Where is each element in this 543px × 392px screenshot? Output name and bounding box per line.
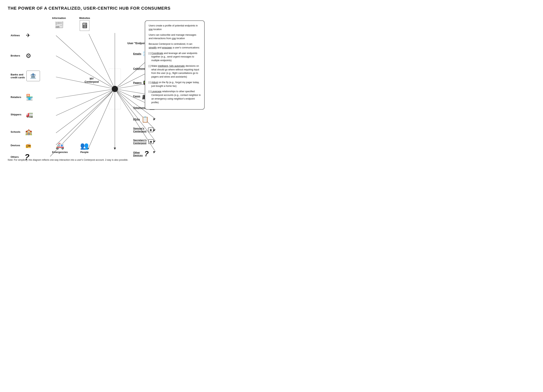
devices-label: Devices (11, 144, 20, 147)
info-para-2: Users can subscribe and manage messages … (149, 33, 201, 40)
svg-marker-21 (153, 118, 155, 121)
bottom-item-emergencies: 🚑 Emergencies (52, 142, 68, 154)
pdas-label: PDAs (133, 118, 140, 121)
bullet-1: Coordinate and leverage all user endpoin… (149, 51, 201, 62)
pagers-label: Pagers (133, 81, 141, 84)
others-label: Others (11, 156, 19, 158)
diagram-note: Note: For simplicity, this diagram refle… (8, 159, 128, 161)
airlines-label: Airlines (11, 34, 20, 37)
center-hub: MYCenterpost (83, 73, 100, 88)
svg-line-5 (56, 89, 115, 133)
left-item-banks: Banks andcredit cards 🏦 (11, 71, 40, 81)
top-item-websites: Websites 🖥 (79, 17, 90, 31)
right-item-spouse: Spouse'sCenterpost ◉ (133, 127, 153, 133)
spouse-icon: ◉ (148, 128, 153, 132)
people-icon: 👥 (80, 142, 89, 150)
right-item-other-devices: OtherDevices ? (133, 150, 149, 158)
spouse-label: Spouse'sCenterpost (133, 127, 147, 133)
information-label: Information (52, 17, 66, 19)
svg-marker-25 (153, 140, 155, 143)
faxes-label: Faxes (133, 95, 140, 98)
schools-icon: 🏫 (22, 127, 35, 137)
pdas-icon: 📋 (141, 116, 149, 123)
svg-marker-23 (153, 129, 155, 132)
svg-rect-33 (109, 69, 121, 109)
left-item-retailers: Retailers 🏪 (11, 92, 36, 102)
left-item-airlines: Airlines ✈ (11, 30, 35, 41)
secretary-label: Secretary'sCenterpost (133, 139, 147, 145)
info-bullets: Coordinate and leverage all user endpoin… (149, 51, 201, 104)
devices-icon: 📻 (22, 140, 35, 151)
info-para-1: Users create a profile of potential endp… (149, 24, 201, 31)
left-item-devices: Devices 📻 (11, 140, 35, 151)
secretary-icon: ◉ (148, 139, 154, 144)
other-devices-icon: ? (144, 150, 149, 158)
svg-marker-31 (114, 148, 116, 150)
bottom-item-people: 👥 People (80, 142, 89, 154)
info-panel: Users create a profile of potential endp… (145, 20, 205, 110)
schools-label: Schools (11, 130, 20, 133)
left-item-schools: Schools 🏫 (11, 127, 35, 137)
bullet-2: Make intelligent, fully automatic decisi… (149, 64, 201, 79)
banks-label: Banks andcredit cards (11, 73, 25, 79)
top-item-information: Information 📰 (52, 17, 66, 29)
svg-line-4 (56, 89, 115, 116)
emergencies-icon: 🚑 (56, 142, 64, 150)
information-icon: 📰 (54, 20, 64, 29)
left-item-brokers: Brokers ⚙ (11, 50, 35, 61)
bullet-3: Adjust on the fly (e.g., forgot my pager… (149, 81, 201, 88)
svg-marker-27 (153, 151, 155, 153)
retailers-label: Retailers (11, 96, 21, 99)
emails-label: Emails (133, 52, 141, 55)
people-label: People (80, 151, 89, 154)
right-item-pdas: PDAs 📋 (133, 116, 149, 123)
shippers-label: Shippers (11, 113, 21, 116)
airlines-icon: ✈ (21, 30, 35, 41)
info-para-3: Because Centerpost is centralized, it ca… (149, 42, 201, 50)
bullet-4: Leverage relationships to other specifie… (149, 90, 201, 104)
svg-line-6 (56, 89, 115, 145)
svg-line-28 (88, 89, 115, 150)
websites-label: Websites (79, 17, 90, 19)
emergencies-label: Emergencies (52, 151, 68, 154)
retailers-icon: 🏪 (23, 92, 36, 102)
svg-line-3 (56, 89, 115, 98)
svg-point-32 (112, 86, 118, 92)
banks-icon: 🏦 (26, 71, 40, 81)
right-item-secretary: Secretary'sCenterpost ◉ (133, 139, 154, 145)
brokers-label: Brokers (11, 54, 20, 57)
hub-label: MYCenterpost (85, 77, 99, 83)
brokers-icon: ⚙ (22, 50, 35, 61)
other-devices-label: OtherDevices (133, 151, 143, 157)
websites-icon: 🖥 (80, 20, 89, 31)
diagram-container: Airlines ✈ Brokers ⚙ Banks andcredit car… (8, 15, 205, 161)
left-item-shippers: Shippers 🚛 (11, 109, 36, 120)
shippers-icon: 🚛 (23, 109, 36, 120)
page-title: THE POWER OF A CENTRALIZED, USER-CENTRIC… (8, 6, 205, 11)
